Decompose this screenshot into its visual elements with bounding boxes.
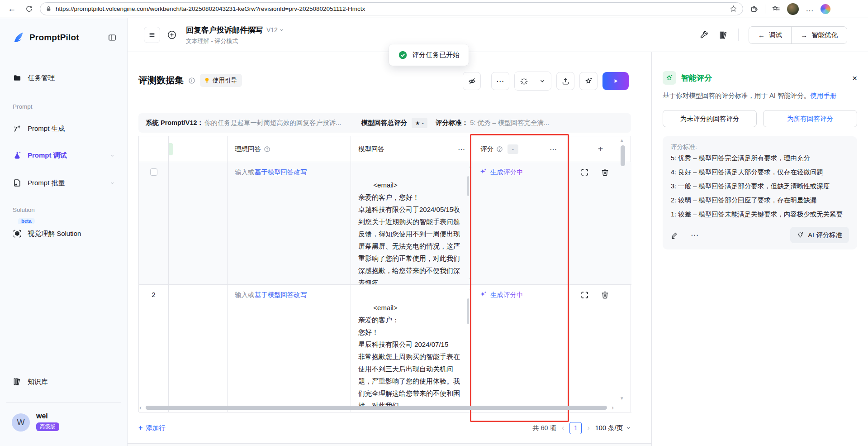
table-scroll-right-icon[interactable]: › — [612, 403, 614, 411]
browser-profile-avatar[interactable] — [787, 3, 799, 15]
sidebar-item-vision-solution[interactable]: 视觉理解 Solution — [6, 225, 121, 243]
favorites-bar-icon[interactable] — [770, 3, 783, 15]
row-checkbox[interactable] — [150, 168, 157, 176]
model-answer-cell[interactable]: <email> 亲爱的客户： 您好！ 星辰科技有限公司 2024/07/15 非… — [351, 285, 473, 412]
score-cell[interactable]: 生成评分中 — [473, 285, 569, 412]
placeholder-text: 输入或 — [235, 291, 255, 298]
magic-fill-split-button — [514, 72, 551, 91]
system-prompt-bar[interactable]: 系统 Prompt/V12： 你的任务是起草一封简短高效的回复客户投诉... 模… — [138, 113, 631, 133]
row-input-cell[interactable] — [169, 285, 228, 412]
panel-desc-text: 基于你对模型回答的评分标准，用于 AI 智能评分。 — [663, 92, 810, 99]
bookmark-star-icon[interactable] — [730, 5, 737, 13]
sidebar-item-label: 视觉理解 Solution — [28, 230, 81, 238]
sidebar-item-knowledge-base[interactable]: 知识库 — [6, 373, 121, 391]
header-ideal-answer[interactable]: 理想回答 — [228, 136, 351, 162]
address-bar[interactable]: https://promptpilot.volcengine.com/workb… — [40, 2, 743, 15]
score-unscored-button[interactable]: 为未评分的回答评分 — [663, 110, 757, 127]
current-page-button[interactable]: 1 — [569, 422, 582, 434]
header-score[interactable]: 评分 - ⋯ — [473, 136, 569, 162]
hide-column-button[interactable] — [463, 72, 481, 90]
cell-scrollbar[interactable] — [467, 298, 469, 324]
expand-icon[interactable] — [580, 291, 589, 299]
eye-off-icon — [468, 77, 476, 86]
cell-scroll-up-icon[interactable]: ▴ — [469, 287, 471, 291]
criteria-more-icon[interactable]: ⋯ — [691, 230, 699, 240]
debug-button[interactable]: ← 调试 — [749, 27, 791, 43]
add-circle-button[interactable] — [167, 30, 177, 40]
table-vertical-scrollbar[interactable] — [621, 145, 625, 166]
magic-fill-dropdown[interactable] — [533, 72, 551, 90]
cell-scrollbar[interactable] — [467, 176, 469, 196]
close-icon[interactable]: × — [852, 74, 857, 82]
expand-icon[interactable] — [580, 168, 589, 177]
browser-menu-icon[interactable]: … — [803, 3, 816, 15]
delete-icon[interactable] — [601, 168, 609, 177]
placeholder-text: 输入或 — [235, 168, 255, 176]
usage-guide-label: 使用引导 — [213, 77, 237, 85]
sidebar-item-task-management[interactable]: 任务管理 — [6, 69, 121, 87]
column-more-icon[interactable]: ⋯ — [550, 145, 557, 153]
add-row-button[interactable]: + 添加行 — [138, 424, 166, 432]
version-selector[interactable]: V12 — [266, 26, 284, 34]
score-all-button[interactable]: 为所有回答评分 — [763, 110, 857, 127]
wrench-icon[interactable] — [699, 30, 709, 40]
more-actions-button[interactable]: ⋯ — [491, 72, 509, 90]
usage-guide-chip[interactable]: 使用引导 — [200, 74, 242, 87]
edit-pencil-icon[interactable] — [671, 231, 679, 239]
ai-criteria-button[interactable]: AI 评分标准 — [790, 227, 849, 243]
delete-icon[interactable] — [601, 291, 609, 299]
browser-back-icon[interactable]: ← — [5, 3, 18, 15]
toast-message: 评分任务已开始 — [412, 51, 460, 59]
info-icon[interactable] — [188, 77, 195, 84]
smart-optimize-label: 智能优化 — [811, 31, 838, 39]
rewrite-from-model-link[interactable]: 基于模型回答改写 — [255, 291, 307, 298]
dataset-title: 评测数据集 — [138, 74, 184, 86]
scoring-status: 生成评分中 — [490, 291, 523, 299]
extensions-icon[interactable] — [748, 3, 760, 15]
debug-button-label: 调试 — [769, 31, 782, 39]
system-prompt-preview: 你的任务是起草一封简短高效的回复客户投诉... — [204, 119, 341, 127]
url-text: https://promptpilot.volcengine.com/workb… — [56, 5, 726, 12]
cell-scroll-up-icon[interactable]: ▴ — [469, 164, 471, 168]
sidebar-item-prompt-debug[interactable]: Prompt 调试 — [6, 146, 121, 164]
page-size-select[interactable]: 100 条/页 — [595, 424, 631, 432]
smart-optimize-button[interactable]: → 智能优化 — [791, 27, 847, 43]
next-page-button[interactable]: › — [587, 424, 589, 432]
prev-page-button[interactable]: ‹ — [562, 424, 564, 432]
score-filter-badge[interactable]: - — [508, 144, 518, 154]
star-icon: ★ — [415, 120, 420, 126]
table-scroll-up-icon[interactable]: ▴ — [621, 137, 623, 143]
main-content: 评测数据集 使用引导 ⋯ — [128, 52, 651, 446]
toast-notification: 评分任务已开始 — [389, 44, 469, 66]
rewrite-from-model-link[interactable]: 基于模型回答改写 — [255, 168, 307, 176]
ideal-answer-cell[interactable]: 输入或基于模型回答改写 — [228, 285, 351, 412]
table-horizontal-scrollbar[interactable] — [146, 406, 607, 410]
sidebar-item-prompt-batch[interactable]: Prompt 批量 — [6, 174, 121, 192]
total-score-label: 模型回答总评分 — [361, 119, 407, 127]
sidebar-collapse-icon[interactable] — [108, 33, 117, 42]
upload-button[interactable] — [556, 72, 574, 90]
library-icon[interactable] — [719, 30, 728, 40]
table-scroll-left-icon[interactable]: ‹ — [139, 403, 142, 411]
panel-description: 基于你对模型回答的评分标准，用于 AI 智能评分。使用手册 — [663, 91, 857, 101]
user-avatar[interactable]: W — [12, 413, 30, 432]
browser-chrome: ← https://promptpilot.volcengine.com/wor… — [0, 0, 868, 18]
total-score-badge[interactable]: ★ - — [412, 118, 427, 128]
header-model-answer[interactable]: 模型回答 ⋯ — [351, 136, 473, 162]
table-scroll-down-icon[interactable]: ▾ — [621, 395, 623, 401]
ideal-answer-cell[interactable]: 输入或基于模型回答改写 — [228, 162, 351, 285]
model-answer-cell[interactable]: <email> 亲爱的客户，您好！ 卓越科技有限公司于2024/05/15收到您… — [351, 162, 473, 285]
manual-link[interactable]: 使用手册 — [810, 92, 836, 99]
row-input-cell[interactable] — [169, 162, 228, 285]
favorite-button[interactable] — [579, 72, 598, 90]
score-cell[interactable]: 生成评分中 — [473, 162, 569, 285]
sidebar-item-prompt-generate[interactable]: Prompt 生成 — [6, 120, 121, 138]
column-more-icon[interactable]: ⋯ — [458, 145, 465, 153]
menu-hamburger-button[interactable] — [144, 27, 160, 43]
run-button[interactable] — [602, 72, 629, 90]
pagination: 共 60 项 ‹ 1 › 100 条/页 — [532, 422, 631, 434]
cell-scroll-down-icon[interactable]: ▾ — [469, 277, 471, 281]
magic-fill-button[interactable] — [515, 72, 533, 90]
copilot-icon[interactable] — [821, 4, 830, 14]
browser-refresh-icon[interactable] — [23, 3, 35, 15]
